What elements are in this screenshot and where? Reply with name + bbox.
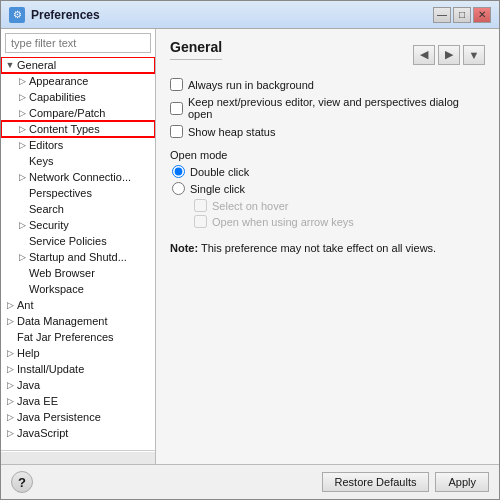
tree-item-data-management[interactable]: ▷ Data Management [1, 313, 155, 329]
open-mode-radio-group: Double click Single click Select on hove… [172, 165, 485, 231]
apply-button[interactable]: Apply [435, 472, 489, 492]
tree-label-appearance: Appearance [29, 75, 88, 87]
tree-label-startup: Startup and Shutd... [29, 251, 127, 263]
tree-item-security[interactable]: ▷ Security [1, 217, 155, 233]
tree-item-compare-patch[interactable]: ▷ Compare/Patch [1, 105, 155, 121]
keep-next-checkbox[interactable] [170, 102, 183, 115]
tree-item-general[interactable]: ▼ General [1, 57, 155, 73]
tree-container: ▼ General ▷ Appearance ▷ Capabilities ▷ … [1, 57, 155, 450]
tree-item-javascript[interactable]: ▷ JavaScript [1, 425, 155, 441]
tree-item-service-policies[interactable]: Service Policies [1, 233, 155, 249]
tree-label-keys: Keys [29, 155, 53, 167]
window-title: Preferences [31, 8, 100, 22]
tree-item-search[interactable]: Search [1, 201, 155, 217]
horizontal-scrollbar[interactable] [1, 452, 155, 464]
tree-item-ant[interactable]: ▷ Ant [1, 297, 155, 313]
maximize-button[interactable]: □ [453, 7, 471, 23]
tree-item-capabilities[interactable]: ▷ Capabilities [1, 89, 155, 105]
tree-label-workspace: Workspace [29, 283, 84, 295]
tree-item-appearance[interactable]: ▷ Appearance [1, 73, 155, 89]
tree-item-keys[interactable]: Keys [1, 153, 155, 169]
open-arrow-keys-checkbox[interactable] [194, 215, 207, 228]
filter-input[interactable] [5, 33, 151, 53]
sub-options-group: Select on hover Open when using arrow ke… [194, 199, 485, 228]
always-run-checkbox[interactable] [170, 78, 183, 91]
expand-icon-service-policies [15, 234, 29, 248]
expand-icon-appearance: ▷ [15, 74, 29, 88]
tree-label-security: Security [29, 219, 69, 231]
close-button[interactable]: ✕ [473, 7, 491, 23]
tree-item-content-types[interactable]: ▷ Content Types [1, 121, 155, 137]
open-mode-label: Open mode [170, 149, 485, 161]
tree-label-compare-patch: Compare/Patch [29, 107, 105, 119]
show-heap-checkbox[interactable] [170, 125, 183, 138]
expand-icon-web-browser [15, 266, 29, 280]
tree-label-java-ee: Java EE [17, 395, 58, 407]
tree-item-java-ee[interactable]: ▷ Java EE [1, 393, 155, 409]
tree-label-network: Network Connectio... [29, 171, 131, 183]
tree-item-workspace[interactable]: Workspace [1, 281, 155, 297]
expand-icon-java-persistence: ▷ [3, 410, 17, 424]
single-click-row: Single click [172, 182, 485, 195]
restore-defaults-button[interactable]: Restore Defaults [322, 472, 430, 492]
tree-item-install-update[interactable]: ▷ Install/Update [1, 361, 155, 377]
tree-item-java[interactable]: ▷ Java [1, 377, 155, 393]
tree-item-java-persistence[interactable]: ▷ Java Persistence [1, 409, 155, 425]
titlebar-controls: — □ ✕ [433, 7, 491, 23]
forward-button[interactable]: ▶ [438, 45, 460, 65]
titlebar: ⚙ Preferences — □ ✕ [1, 1, 499, 29]
double-click-label: Double click [190, 166, 249, 178]
main-content: ▼ General ▷ Appearance ▷ Capabilities ▷ … [1, 29, 499, 464]
tree-label-java-persistence: Java Persistence [17, 411, 101, 423]
expand-icon-help: ▷ [3, 346, 17, 360]
tree-label-javascript: JavaScript [17, 427, 68, 439]
back-button[interactable]: ◀ [413, 45, 435, 65]
tree-item-perspectives[interactable]: Perspectives [1, 185, 155, 201]
tree-label-fat-jar: Fat Jar Preferences [17, 331, 114, 343]
toolbar-menu-button[interactable]: ▼ [463, 45, 485, 65]
select-on-hover-row: Select on hover [194, 199, 485, 212]
tree-label-editors: Editors [29, 139, 63, 151]
tree-label-install-update: Install/Update [17, 363, 84, 375]
expand-icon-javascript: ▷ [3, 426, 17, 440]
tree-item-editors[interactable]: ▷ Editors [1, 137, 155, 153]
help-button[interactable]: ? [11, 471, 33, 493]
single-click-radio[interactable] [172, 182, 185, 195]
open-arrow-keys-row: Open when using arrow keys [194, 215, 485, 228]
expand-icon-install-update: ▷ [3, 362, 17, 376]
bottom-row: ? Restore Defaults Apply [11, 471, 489, 493]
minimize-button[interactable]: — [433, 7, 451, 23]
tree-label-general: General [17, 59, 56, 71]
note-content: This preference may not take effect on a… [201, 242, 436, 254]
tree-item-fat-jar[interactable]: Fat Jar Preferences [1, 329, 155, 345]
tree-label-capabilities: Capabilities [29, 91, 86, 103]
tree-item-web-browser[interactable]: Web Browser [1, 265, 155, 281]
expand-icon-security: ▷ [15, 218, 29, 232]
double-click-row: Double click [172, 165, 485, 178]
expand-icon-fat-jar [3, 330, 17, 344]
note-strong: Note: [170, 242, 198, 254]
show-heap-row: Show heap status [170, 125, 485, 138]
right-panel-title: General [170, 39, 222, 60]
select-on-hover-checkbox[interactable] [194, 199, 207, 212]
double-click-radio[interactable] [172, 165, 185, 178]
left-panel-footer [1, 450, 155, 464]
tree-item-network[interactable]: ▷ Network Connectio... [1, 169, 155, 185]
expand-icon-perspectives [15, 186, 29, 200]
always-run-row: Always run in background [170, 78, 485, 91]
keep-next-label: Keep next/previous editor, view and pers… [188, 96, 485, 120]
titlebar-left: ⚙ Preferences [9, 7, 100, 23]
show-heap-label: Show heap status [188, 126, 275, 138]
expand-icon-startup: ▷ [15, 250, 29, 264]
tree-label-web-browser: Web Browser [29, 267, 95, 279]
tree-label-ant: Ant [17, 299, 34, 311]
expand-icon-editors: ▷ [15, 138, 29, 152]
expand-icon-java: ▷ [3, 378, 17, 392]
tree-label-service-policies: Service Policies [29, 235, 107, 247]
tree-label-help: Help [17, 347, 40, 359]
expand-icon-ant: ▷ [3, 298, 17, 312]
expand-icon-search [15, 202, 29, 216]
tree-item-startup[interactable]: ▷ Startup and Shutd... [1, 249, 155, 265]
window-icon: ⚙ [9, 7, 25, 23]
tree-item-help[interactable]: ▷ Help [1, 345, 155, 361]
